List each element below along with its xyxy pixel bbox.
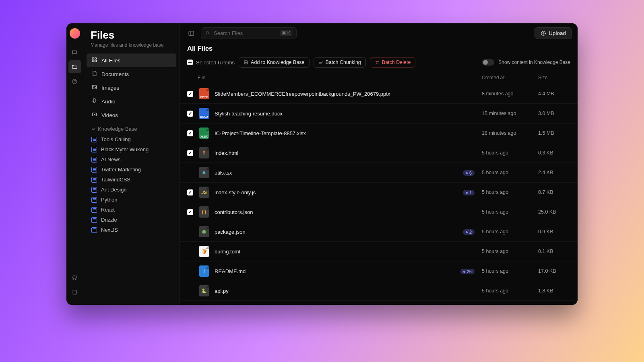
collapse-sidebar-button[interactable] (186, 28, 197, 39)
col-created[interactable]: Created At (482, 75, 538, 80)
upload-button[interactable]: Upload (535, 27, 572, 39)
kb-item[interactable]: Ant Design (87, 185, 176, 195)
row-checkbox[interactable] (187, 111, 193, 117)
kb-item[interactable]: Tools Calling (87, 134, 176, 144)
nav-images[interactable]: Images (87, 81, 176, 95)
file-row[interactable]: ⚛ utils.tsx 6 5 hours ago 2.4 KB (180, 163, 578, 183)
doc-icon (91, 217, 97, 223)
show-in-kb-toggle[interactable] (482, 59, 494, 66)
kb-label: Twitter Marketing (101, 167, 141, 173)
kb-section-header[interactable]: Knowledge Base + (87, 122, 176, 134)
file-row[interactable]: JS index-style-only.js 1 5 hours ago 0.7… (180, 183, 578, 202)
search-input[interactable]: Search Files ⌘ K (201, 27, 297, 39)
kb-label: Tools Calling (101, 136, 131, 142)
doc-icon (91, 187, 97, 193)
chunk-badge: 2 (463, 229, 475, 235)
kb-item[interactable]: Python (87, 195, 176, 205)
file-created: 5 hours ago (482, 268, 538, 274)
avatar[interactable] (70, 28, 80, 39)
kb-label: Drizzle (101, 217, 117, 223)
file-size: 25.0 KB (538, 209, 570, 215)
row-checkbox[interactable] (187, 209, 193, 215)
kb-item[interactable]: NextJS (87, 225, 176, 235)
file-type-icon: ⚛ (199, 167, 209, 178)
select-all-checkbox[interactable] (187, 60, 193, 65)
svg-rect-1 (73, 290, 76, 294)
file-row[interactable]: ⬢ package.json 2 5 hours ago 0.9 KB (180, 222, 578, 242)
file-row[interactable]: i README.md 26 5 hours ago 17.0 KB (180, 261, 578, 281)
file-name: bunfig.toml (215, 249, 458, 255)
file-row[interactable]: XLSX IC-Project-Timeline-Template-8857.x… (180, 123, 578, 143)
rail-github[interactable] (68, 271, 81, 284)
file-type-icon: PPTX (199, 88, 209, 99)
batch-chunk-button[interactable]: Batch Chunking (314, 57, 366, 68)
file-row[interactable]: M↓ index.mdx 13 5 hours ago 5.4 KB (180, 301, 578, 305)
file-size: 2.4 KB (538, 170, 570, 175)
svg-point-7 (93, 86, 94, 87)
kb-item[interactable]: React (87, 205, 176, 215)
nav-label: Documents (101, 71, 129, 77)
upload-label: Upload (549, 30, 566, 36)
rail-explore[interactable] (68, 75, 81, 88)
file-row[interactable]: 🍞 bunfig.toml 5 hours ago 0.1 KB (180, 242, 578, 261)
file-name: package.json (215, 229, 458, 235)
file-created: 5 hours ago (482, 288, 538, 294)
chat-icon (72, 49, 78, 56)
file-created: 5 hours ago (482, 229, 538, 234)
svg-rect-2 (93, 58, 94, 60)
nav-documents[interactable]: Documents (87, 67, 176, 81)
row-checkbox[interactable] (187, 150, 193, 156)
file-row[interactable]: PPTX SlideMembers_ECOMMERCEfreepowerpoin… (180, 84, 578, 104)
file-created: 5 hours ago (482, 209, 538, 215)
doc-icon (91, 137, 97, 142)
nav-label: Audio (101, 99, 116, 105)
kb-item[interactable]: TailwindCSS (87, 175, 176, 185)
nav-videos[interactable]: Videos (87, 108, 176, 122)
file-name: IC-Project-Timeline-Template-8857.xlsx (215, 130, 458, 136)
kb-label: TailwindCSS (101, 177, 130, 183)
doc-icon (91, 207, 97, 213)
doc-icon (91, 147, 97, 152)
sidebar-title: Files (91, 29, 172, 41)
file-row[interactable]: { } contributors.json 5 hours ago 25.0 K… (180, 202, 578, 222)
file-row[interactable]: DOCX Stylish teaching resume.docx 15 min… (180, 104, 578, 123)
topbar: Search Files ⌘ K Upload (180, 23, 578, 43)
file-created: 5 hours ago (482, 170, 538, 175)
kb-label: Python (101, 197, 117, 203)
kb-item[interactable]: AI News (87, 154, 176, 165)
add-to-kb-button[interactable]: Add to Knowledge Base (239, 57, 309, 68)
selected-count: Selected 6 items (196, 60, 235, 66)
file-name: index-style-only.js (215, 189, 458, 195)
left-rail (66, 23, 83, 305)
file-name: SlideMembers_ECOMMERCEfreepowerpointback… (215, 91, 458, 97)
kb-add-button[interactable]: + (168, 126, 171, 132)
file-row[interactable]: 🐍 api.py 5 hours ago 1.8 KB (180, 281, 578, 301)
kb-item[interactable]: Twitter Marketing (87, 165, 176, 175)
batch-delete-button[interactable]: Batch Delete (370, 57, 416, 68)
row-checkbox[interactable] (187, 130, 193, 136)
doc-icon (91, 157, 97, 162)
nav-all-files[interactable]: All Files (87, 53, 176, 67)
file-name: api.py (215, 288, 458, 294)
row-checkbox[interactable] (187, 189, 193, 195)
kb-item[interactable]: Drizzle (87, 215, 176, 225)
chunk-icon (318, 60, 323, 65)
doc-icon (91, 167, 97, 173)
file-row[interactable]: 5 index.html 5 hours ago 0.3 KB (180, 143, 578, 163)
show-in-kb-label: Show content in Knowledge Base (498, 60, 570, 65)
col-size[interactable]: Size (538, 75, 570, 80)
rail-files[interactable] (68, 60, 81, 73)
doc-icon (91, 177, 97, 183)
kb-item[interactable]: Black Myth: Wukong (87, 144, 176, 154)
nav-audio[interactable]: Audio (87, 95, 176, 108)
row-checkbox[interactable] (187, 91, 193, 97)
search-placeholder: Search Files (214, 30, 243, 36)
rail-docs[interactable] (68, 286, 81, 298)
video-icon (91, 111, 97, 119)
col-file[interactable]: File (197, 75, 458, 80)
file-name: index.html (215, 150, 458, 156)
file-size: 4.4 MB (538, 91, 570, 97)
github-icon (72, 275, 78, 281)
rail-chat[interactable] (68, 46, 81, 59)
file-size: 0.1 KB (538, 249, 570, 254)
